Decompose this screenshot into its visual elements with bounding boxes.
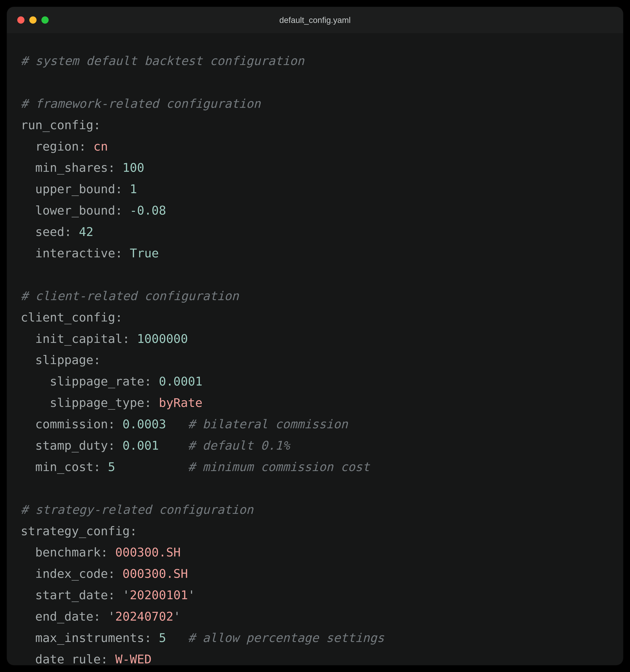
yaml-number: 1	[130, 182, 137, 196]
colon: :	[115, 310, 122, 325]
yaml-key: min_shares	[35, 161, 108, 175]
colon: :	[115, 246, 130, 260]
code-line: min_cost: 5 # minimum commission cost	[21, 460, 370, 474]
code-line: slippage_type: byRate	[21, 396, 203, 410]
titlebar: default_config.yaml	[7, 7, 623, 33]
editor-window: default_config.yaml # system default bac…	[7, 7, 623, 665]
quote: '	[188, 588, 195, 602]
colon: :	[122, 332, 137, 346]
colon: :	[130, 524, 137, 538]
yaml-number: -0.08	[130, 203, 166, 217]
code-line: end_date: '20240702'	[21, 609, 181, 624]
colon: :	[101, 652, 115, 665]
yaml-string: byRate	[159, 396, 203, 410]
minimize-icon[interactable]	[29, 16, 37, 24]
colon: :	[64, 225, 79, 239]
yaml-string: cn	[93, 139, 108, 153]
yaml-key: stamp_duty	[35, 438, 108, 453]
yaml-number: 5	[108, 460, 115, 474]
comment: # framework-related configuration	[21, 97, 261, 111]
yaml-number: 1000000	[137, 332, 188, 346]
comment: # client-related configuration	[21, 289, 239, 303]
yaml-number: 5	[159, 631, 166, 645]
code-line: # strategy-related configuration	[21, 503, 253, 517]
yaml-key: date_rule	[35, 652, 100, 665]
yaml-number: 0.0003	[122, 417, 166, 431]
code-line: region: cn	[21, 139, 108, 153]
comment: # strategy-related configuration	[21, 503, 253, 517]
yaml-key: slippage	[35, 353, 93, 367]
code-line: start_date: '20200101'	[21, 588, 195, 602]
yaml-key: max_instruments	[35, 631, 144, 645]
code-line: seed: 42	[21, 225, 93, 239]
quote: '	[173, 609, 181, 624]
code-editor[interactable]: # system default backtest configuration …	[7, 33, 623, 665]
inline-comment: # default 0.1%	[188, 438, 290, 453]
code-line: benchmark: 000300.SH	[21, 545, 181, 559]
colon: :	[144, 631, 159, 645]
yaml-key: index_code	[35, 567, 108, 581]
colon: :	[79, 139, 93, 153]
code-line: # client-related configuration	[21, 289, 239, 303]
inline-comment: # minimum commission cost	[188, 460, 370, 474]
yaml-key: strategy_config	[21, 524, 130, 538]
window-title: default_config.yaml	[7, 15, 623, 25]
yaml-string: 000300.SH	[122, 567, 188, 581]
yaml-string: 20240702	[115, 609, 173, 624]
code-line: init_capital: 1000000	[21, 332, 188, 346]
code-line: interactive: True	[21, 246, 159, 260]
comment: # system default backtest configuration	[21, 54, 304, 68]
close-icon[interactable]	[17, 16, 24, 24]
colon: :	[115, 182, 130, 196]
yaml-key: min_cost	[35, 460, 93, 474]
colon: :	[115, 203, 130, 217]
quote: '	[122, 588, 130, 602]
yaml-bool: True	[130, 246, 159, 260]
yaml-key: benchmark	[35, 545, 100, 559]
code-line: max_instruments: 5 # allow percentage se…	[21, 631, 384, 645]
yaml-key: commission	[35, 417, 108, 431]
code-line: client_config:	[21, 310, 122, 325]
yaml-key: seed	[35, 225, 64, 239]
code-line: upper_bound: 1	[21, 182, 137, 196]
yaml-string: 20200101	[130, 588, 188, 602]
zoom-icon[interactable]	[41, 16, 49, 24]
colon: :	[93, 353, 100, 367]
yaml-number: 0.0001	[159, 374, 203, 388]
yaml-key: slippage_rate	[50, 374, 144, 388]
traffic-lights	[17, 16, 49, 24]
yaml-key: init_capital	[35, 332, 122, 346]
colon: :	[108, 417, 122, 431]
inline-comment: # bilateral commission	[188, 417, 348, 431]
yaml-key: upper_bound	[35, 182, 115, 196]
code-line: lower_bound: -0.08	[21, 203, 166, 217]
yaml-key: start_date	[35, 588, 108, 602]
yaml-key: region	[35, 139, 79, 153]
colon: :	[108, 161, 122, 175]
yaml-number: 42	[79, 225, 93, 239]
colon: :	[101, 545, 115, 559]
inline-comment: # allow percentage settings	[188, 631, 384, 645]
colon: :	[144, 396, 159, 410]
code-line: run_config:	[21, 118, 101, 132]
code-line: # framework-related configuration	[21, 97, 261, 111]
yaml-key: lower_bound	[35, 203, 115, 217]
colon: :	[93, 460, 108, 474]
colon: :	[108, 567, 122, 581]
yaml-key: slippage_type	[50, 396, 144, 410]
code-line: slippage_rate: 0.0001	[21, 374, 203, 388]
colon: :	[108, 588, 122, 602]
colon: :	[93, 118, 100, 132]
colon: :	[144, 374, 159, 388]
colon: :	[93, 609, 108, 624]
quote: '	[108, 609, 115, 624]
yaml-key: end_date	[35, 609, 93, 624]
code-line: index_code: 000300.SH	[21, 567, 188, 581]
colon: :	[108, 438, 122, 453]
yaml-key: interactive	[35, 246, 115, 260]
yaml-number: 0.001	[122, 438, 159, 453]
yaml-string: W-WED	[115, 652, 151, 665]
code-line: # system default backtest configuration	[21, 54, 304, 68]
code-line: stamp_duty: 0.001 # default 0.1%	[21, 438, 290, 453]
code-line: commission: 0.0003 # bilateral commissio…	[21, 417, 348, 431]
